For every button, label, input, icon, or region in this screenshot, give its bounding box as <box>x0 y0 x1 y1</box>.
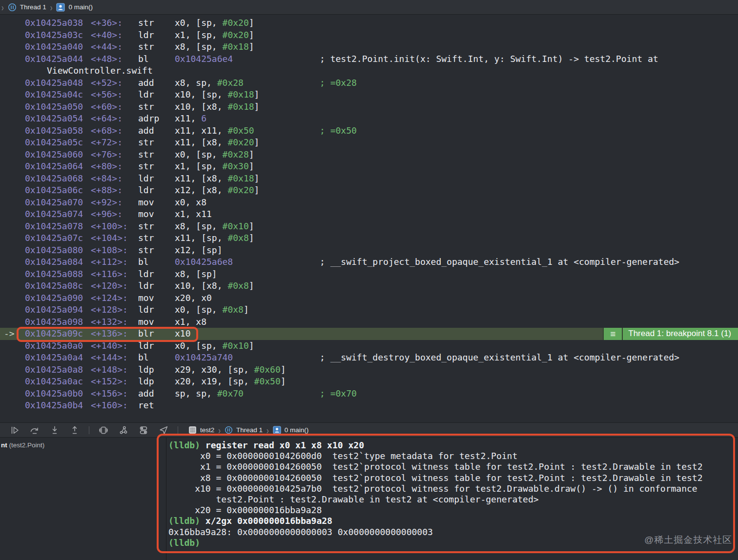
code-token: x1, [sp, <box>175 161 223 171</box>
asm-mnemonic: ldr <box>138 268 175 280</box>
code-token: ] <box>249 233 254 243</box>
asm-line[interactable]: 0x10425a0a8<+148>:ldpx29, x30, [sp, #0x6… <box>0 364 738 376</box>
code-token: #0x8 <box>223 304 244 315</box>
memory-graph-icon[interactable] <box>118 424 129 436</box>
chevron-icon: › <box>1 1 4 12</box>
asm-operands: x10 <box>175 328 320 340</box>
asm-line[interactable]: 0x10425a060<+76>:strx0, [sp, #0x28] <box>0 149 738 161</box>
debug-crumb-frame[interactable]: 0 main() <box>285 426 309 434</box>
asm-mnemonic: ldr <box>138 173 175 185</box>
code-token: x1, x11 <box>175 209 212 219</box>
chevron-icon: › <box>218 424 221 435</box>
variables-panel: nt (test2.Point) <box>0 438 166 560</box>
asm-line[interactable]: 0x10425a048<+52>:addx8, sp, #0x28; =0x28 <box>0 77 738 89</box>
continue-icon[interactable] <box>9 424 20 436</box>
code-token: x11, [x8, <box>175 137 227 147</box>
code-token: x0, [sp, <box>175 18 223 28</box>
asm-line[interactable]: 0x10425a05c<+72>:strx11, [x8, #0x20] <box>0 137 738 149</box>
step-out-icon[interactable] <box>69 424 81 436</box>
asm-comment <box>320 160 738 173</box>
asm-line[interactable]: 0x10425a068<+84>:ldrx11, [x8, #0x18] <box>0 173 738 185</box>
code-token: #0x20 <box>227 137 254 147</box>
jump-bar-frame[interactable]: 0 main() <box>68 3 93 11</box>
asm-line[interactable]: 0x10425a090<+124>:movx20, x0 <box>0 292 738 304</box>
instruction-pointer-marker <box>0 340 25 352</box>
disassembly-view[interactable]: 0x10425a038<+36>:strx0, [sp, #0x20]0x104… <box>0 15 738 422</box>
instruction-pointer-marker <box>0 113 25 125</box>
asm-line[interactable]: 0x10425a054<+64>:adrpx11, 6 <box>0 113 738 125</box>
variable-name: nt <box>1 441 7 449</box>
asm-line[interactable]: 0x10425a074<+96>:movx1, x11 <box>0 208 738 220</box>
asm-offset: <+132>: <box>91 316 138 328</box>
step-into-icon[interactable] <box>49 424 61 436</box>
asm-address: 0x10425a080 <box>25 244 91 257</box>
environment-overrides-icon[interactable] <box>138 424 149 436</box>
instruction-pointer-marker <box>0 77 25 89</box>
code-token: ] <box>249 161 254 171</box>
asm-line[interactable]: 0x10425a088<+116>:ldrx8, [sp] <box>0 268 738 280</box>
asm-operands: 0x10425a6e4 <box>175 53 320 65</box>
instruction-pointer-marker <box>0 220 25 233</box>
asm-line[interactable]: 0x10425a06c<+88>:ldrx12, [x8, #0x20] <box>0 184 738 197</box>
asm-comment: ; __swift_destroy_boxed_opaque_existenti… <box>320 352 738 364</box>
asm-line[interactable]: 0x10425a064<+80>:strx1, [sp, #0x30] <box>0 160 738 173</box>
instruction-pointer-marker <box>0 376 25 388</box>
jump-bar-thread[interactable]: Thread 1 <box>20 3 46 11</box>
debug-crumb-app[interactable]: test2 <box>200 426 214 434</box>
asm-line[interactable]: 0x10425a03c<+40>:ldrx1, [sp, #0x20] <box>0 29 738 41</box>
asm-line[interactable]: 0x10425a07c<+104>:strx11, [sp, #0x8] <box>0 232 738 244</box>
asm-comment <box>320 137 738 149</box>
asm-line[interactable]: 0x10425a0b4<+160>:ret <box>0 400 738 412</box>
instruction-pointer-marker <box>0 352 25 364</box>
asm-mnemonic: str <box>138 220 175 233</box>
asm-line[interactable]: 0x10425a038<+36>:strx0, [sp, #0x20] <box>0 17 738 29</box>
console-line: x0 = 0x00000001042600d0 test2`type metad… <box>168 451 738 461</box>
asm-line[interactable]: 0x10425a04c<+56>:ldrx10, [sp, #0x18] <box>0 89 738 101</box>
asm-line[interactable]: 0x10425a050<+60>:strx10, [x8, #0x18] <box>0 101 738 113</box>
hamburger-icon: ≡ <box>610 329 615 339</box>
asm-comment <box>320 340 738 352</box>
asm-line-current[interactable]: ->0x10425a09c<+136>:blrx10≡Thread 1: bre… <box>0 328 738 340</box>
asm-line[interactable]: 0x10425a0a4<+144>:bl0x10425a740; __swift… <box>0 352 738 364</box>
asm-operands: x8, sp, #0x28 <box>175 77 320 89</box>
asm-line[interactable]: 0x10425a040<+44>:strx8, [sp, #0x18] <box>0 41 738 53</box>
debug-crumb-thread[interactable]: Thread 1 <box>236 426 263 434</box>
code-token: #0x18 <box>227 173 254 183</box>
instruction-pointer-marker <box>0 388 25 400</box>
instruction-pointer-marker <box>0 244 25 257</box>
asm-line[interactable]: 0x10425a080<+108>:strx12, [sp] <box>0 244 738 257</box>
console-output: x20 = 0x000000016bba9a28 <box>168 505 322 515</box>
asm-line[interactable]: 0x10425a08c<+120>:ldrx10, [x8, #0x8] <box>0 280 738 292</box>
instruction-pointer-marker <box>0 125 25 137</box>
asm-line[interactable]: 0x10425a084<+112>:bl0x10425a6e8; __swift… <box>0 256 738 268</box>
asm-line[interactable]: 0x10425a094<+128>:ldrx0, [sp, #0x8] <box>0 304 738 316</box>
asm-line[interactable]: 0x10425a0b0<+156>:addsp, sp, #0x70; =0x7… <box>0 388 738 400</box>
simulate-location-icon[interactable] <box>158 424 169 436</box>
asm-operands: x0, [sp, #0x20] <box>175 17 320 29</box>
asm-address: 0x10425a074 <box>25 208 91 220</box>
breakpoint-menu-button[interactable]: ≡ <box>603 328 623 340</box>
asm-line[interactable]: 0x10425a0ac<+152>:ldpx20, x19, [sp, #0x5… <box>0 376 738 388</box>
code-token: x29, x30, [sp, <box>175 364 254 375</box>
asm-line[interactable]: 0x10425a058<+68>:addx11, x11, #0x50; =0x… <box>0 125 738 137</box>
asm-mnemonic: str <box>138 244 175 257</box>
asm-mnemonic: mov <box>138 292 175 304</box>
asm-wrap-line[interactable]: ViewController.swift <box>0 65 738 77</box>
view-hierarchy-icon[interactable] <box>98 424 109 436</box>
code-token: x11, [sp, <box>175 233 227 243</box>
asm-mnemonic: add <box>138 125 175 137</box>
step-over-icon[interactable] <box>29 424 41 436</box>
asm-operands: x0, x8 <box>175 197 320 209</box>
asm-offset: <+104>: <box>91 232 138 244</box>
variable-row[interactable]: nt (test2.Point) <box>0 438 166 449</box>
asm-line[interactable]: 0x10425a098<+132>:movx1, x8 <box>0 316 738 328</box>
asm-line[interactable]: 0x10425a078<+100>:strx8, [sp, #0x10] <box>0 220 738 233</box>
code-token: x8, [sp, <box>175 221 223 231</box>
chevron-icon: › <box>266 424 269 435</box>
asm-offset: <+100>: <box>91 220 138 233</box>
code-token: #0x50 <box>254 376 281 386</box>
asm-line[interactable]: 0x10425a044<+48>:bl0x10425a6e4; test2.Po… <box>0 53 738 65</box>
asm-line[interactable]: 0x10425a0a0<+140>:ldrx0, [sp, #0x10] <box>0 340 738 352</box>
console-output: x10 = 0x000000010425a7b0 test2`protocol … <box>168 483 697 494</box>
asm-line[interactable]: 0x10425a070<+92>:movx0, x8 <box>0 197 738 209</box>
